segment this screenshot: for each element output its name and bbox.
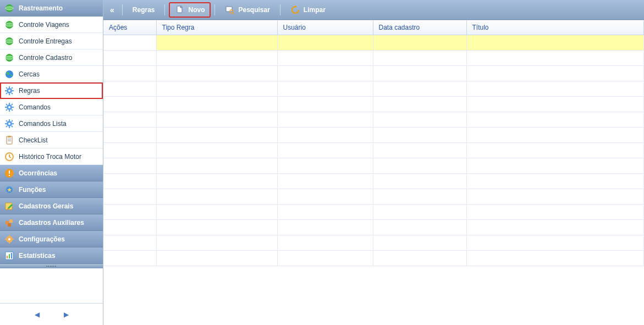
table-cell	[373, 220, 466, 235]
table-cell	[103, 158, 156, 174]
svg-line-15	[12, 93, 13, 94]
table-cell	[466, 66, 644, 81]
nav-item-controle-cadastro[interactable]: Controle Cadastro	[0, 49, 103, 66]
nav-section-cadastros-auxiliares[interactable]: Cadastros Auxiliares	[0, 214, 103, 231]
pager-prev[interactable]: ◀	[35, 311, 40, 318]
sidebar: RastreamentoControle ViagensControle Ent…	[0, 0, 103, 325]
table-cell	[277, 220, 373, 235]
filter-cell[interactable]	[373, 35, 466, 51]
pesquisar-label: Pesquisar	[238, 6, 269, 14]
table-cell	[156, 97, 277, 112]
pager-next[interactable]: ▶	[64, 311, 69, 318]
data-grid: AçõesTipo RegraUsuárioData cadastroTítul…	[103, 20, 644, 325]
table-row[interactable]	[103, 189, 644, 205]
gear-blue-icon	[4, 86, 14, 96]
table-cell	[373, 128, 466, 143]
svg-point-18	[8, 90, 10, 92]
table-cell	[466, 51, 644, 66]
collapse-sidebar-button[interactable]: «	[107, 5, 118, 14]
limpar-label: Limpar	[304, 6, 326, 14]
nav-label: CheckList	[19, 136, 48, 144]
table-cell	[277, 128, 373, 143]
table-row[interactable]	[103, 220, 644, 235]
filter-cell[interactable]	[156, 35, 277, 51]
main-panel: « Regras Novo Pesquisar	[103, 0, 644, 325]
globe-green-icon	[4, 36, 14, 46]
table-cell	[156, 66, 277, 81]
svg-line-35	[12, 126, 13, 127]
nav-item-controle-entregas[interactable]: Controle Entregas	[0, 33, 103, 49]
nav-item-cercas[interactable]: Cercas	[0, 66, 103, 82]
search-icon	[225, 5, 235, 15]
table-row[interactable]	[103, 205, 644, 220]
nav-section-configuracoes[interactable]: Configurações	[0, 231, 103, 247]
nav-label: Estatísticas	[19, 252, 56, 260]
nav-label: Controle Entregas	[19, 37, 72, 45]
table-row[interactable]	[103, 158, 644, 174]
nav-section-ocorrencias[interactable]: Ocorrências	[0, 165, 103, 181]
table-cell	[156, 189, 277, 205]
table-cell	[373, 143, 466, 158]
nav-item-regras[interactable]: Regras	[0, 82, 103, 99]
filter-cell[interactable]	[277, 35, 373, 51]
novo-button[interactable]: Novo	[169, 3, 210, 17]
sidebar-resize-handle[interactable]: ••••••	[0, 264, 103, 268]
toolbar-title-label: Regras	[133, 6, 155, 14]
table-row[interactable]	[103, 251, 644, 266]
nav-item-comandos-lista[interactable]: Comandos Lista	[0, 115, 103, 132]
table-cell	[373, 235, 466, 251]
table-cell	[277, 143, 373, 158]
column-header[interactable]: Ações	[103, 20, 156, 35]
nav-section-estatisticas[interactable]: Estatísticas	[0, 247, 103, 264]
table-row[interactable]	[103, 174, 644, 189]
table-cell	[466, 220, 644, 235]
nav-item-comandos[interactable]: Comandos	[0, 99, 103, 115]
table-row[interactable]	[103, 81, 644, 97]
table-cell	[373, 158, 466, 174]
table-row[interactable]	[103, 235, 644, 251]
table-cell	[277, 174, 373, 189]
column-header[interactable]: Data cadastro	[373, 20, 466, 35]
column-header[interactable]: Usuário	[277, 20, 373, 35]
history-icon	[4, 152, 14, 162]
table-cell	[466, 174, 644, 189]
limpar-button[interactable]: Limpar	[285, 3, 331, 17]
pesquisar-button[interactable]: Pesquisar	[219, 3, 275, 17]
table-cell	[373, 205, 466, 220]
svg-rect-40	[8, 136, 11, 137]
column-header[interactable]: Título	[466, 20, 644, 35]
nav-item-historico-troca-motor[interactable]: Histórico Troca Motor	[0, 148, 103, 165]
table-row[interactable]	[103, 51, 644, 66]
table-row[interactable]	[103, 66, 644, 81]
globe-green-icon	[4, 3, 14, 13]
nav-section-funcoes[interactable]: Funções	[0, 181, 103, 198]
table-row[interactable]	[103, 143, 644, 158]
table-cell	[277, 235, 373, 251]
table-row[interactable]	[103, 128, 644, 143]
nav-label: Cercas	[19, 70, 40, 78]
table-cell	[373, 112, 466, 128]
table-row[interactable]	[103, 112, 644, 128]
svg-line-37	[12, 120, 13, 122]
nav-item-checklist[interactable]: CheckList	[0, 132, 103, 148]
chart-icon	[4, 251, 14, 261]
toolbar-separator	[214, 4, 215, 15]
nav-item-controle-viagens[interactable]: Controle Viagens	[0, 16, 103, 33]
svg-line-36	[6, 126, 7, 127]
table-cell	[277, 205, 373, 220]
globe-green-icon	[4, 20, 14, 30]
filter-cell[interactable]	[103, 35, 156, 51]
table-cell	[156, 205, 277, 220]
column-header[interactable]: Tipo Regra	[156, 20, 277, 35]
table-row[interactable]	[103, 97, 644, 112]
svg-rect-60	[9, 254, 10, 258]
svg-line-26	[6, 109, 7, 111]
nav-section-cadastros-gerais[interactable]: Cadastros Gerais	[0, 198, 103, 214]
world-icon	[4, 69, 14, 79]
table-cell	[373, 51, 466, 66]
table-cell	[103, 174, 156, 189]
nav-section-rastreamento[interactable]: Rastreamento	[0, 0, 103, 16]
table-cell	[277, 112, 373, 128]
svg-line-17	[12, 87, 13, 89]
filter-cell[interactable]	[466, 35, 644, 51]
